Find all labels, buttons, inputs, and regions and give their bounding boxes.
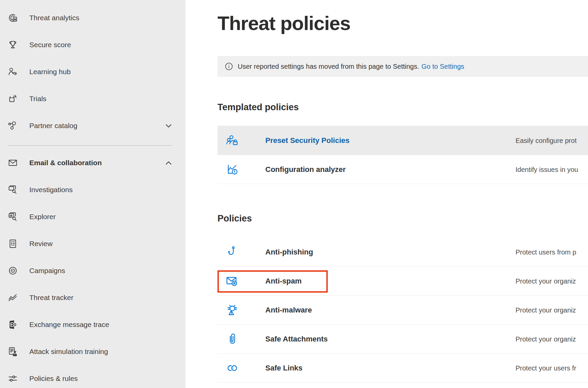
secure-score-icon xyxy=(7,39,19,51)
campaigns-icon xyxy=(7,265,19,276)
investigations-icon xyxy=(7,184,19,196)
explorer-icon xyxy=(7,211,19,222)
threat-policies-page: Threat analytics Secure score xyxy=(0,0,588,388)
banner-message: User reported settings has moved from th… xyxy=(238,63,419,70)
row-safe-links[interactable]: Safe Links Protect your users fr xyxy=(217,354,588,383)
sidebar-item-explorer[interactable]: Explorer xyxy=(0,203,185,230)
row-anti-phishing[interactable]: Anti-phishing Protect users from p xyxy=(217,238,588,267)
sidebar-item-label: Partner catalog xyxy=(29,122,77,130)
sidebar-item-campaigns[interactable]: Campaigns xyxy=(0,257,185,284)
sidebar-email-group: Email & collaboration Investigat xyxy=(0,149,185,388)
sidebar-item-label: Email & collaboration xyxy=(29,159,102,167)
sidebar-item-policies-rules[interactable]: Policies & rules xyxy=(0,365,185,388)
threat-tracker-icon xyxy=(7,292,19,303)
sidebar-divider xyxy=(7,145,172,146)
row-label: Configuration analyzer xyxy=(265,165,346,174)
sidebar-item-trials[interactable]: Trials xyxy=(0,85,185,112)
row-description: Protect your organiz xyxy=(516,335,576,343)
sidebar-item-learning-hub[interactable]: Learning hub xyxy=(0,58,185,85)
sidebar-item-label: Investigations xyxy=(29,186,72,194)
sidebar-item-label: Secure score xyxy=(29,41,71,49)
sidebar-item-label: Campaigns xyxy=(29,267,65,275)
sidebar-item-exchange-message-trace[interactable]: Exchange message trace xyxy=(0,311,185,338)
chevron-down-icon xyxy=(164,121,173,130)
info-icon xyxy=(225,62,233,70)
sidebar-item-label: Threat tracker xyxy=(29,294,74,302)
safe-links-icon xyxy=(226,361,239,375)
row-description: Protect your organiz xyxy=(516,306,576,314)
policies-heading: Policies xyxy=(217,213,252,224)
row-description: Identify issues in you xyxy=(516,166,578,173)
sidebar-item-label: Review xyxy=(29,240,53,248)
email-collaboration-icon xyxy=(7,157,19,169)
chevron-up-icon xyxy=(164,158,173,168)
preset-security-policies-icon xyxy=(226,134,239,147)
review-icon xyxy=(7,238,19,249)
sidebar-item-label: Policies & rules xyxy=(29,375,78,383)
row-anti-spam[interactable]: Anti-spam Protect your organiz xyxy=(217,267,588,296)
row-label: Safe Links xyxy=(265,364,302,372)
anti-spam-icon xyxy=(226,274,239,288)
row-label: Anti-phishing xyxy=(265,248,313,257)
sidebar-item-investigations[interactable]: Investigations xyxy=(0,176,185,203)
configuration-analyzer-icon xyxy=(226,163,239,176)
anti-malware-icon xyxy=(226,303,239,317)
page-title: Threat policies xyxy=(217,12,350,35)
row-description: Protect users from p xyxy=(516,248,576,256)
row-safe-attachments[interactable]: Safe Attachments Protect your organiz xyxy=(217,325,588,354)
safe-attachments-icon xyxy=(226,332,239,346)
sidebar: Threat analytics Secure score xyxy=(0,0,185,388)
row-label: Preset Security Policies xyxy=(265,136,349,145)
row-description: Protect your users fr xyxy=(516,364,576,372)
sidebar-item-attack-simulation-training[interactable]: Attack simulation training xyxy=(0,338,185,365)
go-to-settings-link[interactable]: Go to Settings xyxy=(421,63,464,70)
info-banner: User reported settings has moved from th… xyxy=(217,56,588,77)
threat-analytics-icon xyxy=(7,12,19,24)
templated-policies-list: Preset Security Policies Easily configur… xyxy=(217,126,588,184)
row-preset-security-policies[interactable]: Preset Security Policies Easily configur… xyxy=(217,126,588,155)
sidebar-item-secure-score[interactable]: Secure score xyxy=(0,31,185,58)
sidebar-top-group: Threat analytics Secure score xyxy=(0,4,185,139)
policies-list: Anti-phishing Protect users from p Anti-… xyxy=(217,238,588,383)
row-anti-malware[interactable]: Anti-malware Protect your organiz xyxy=(217,296,588,325)
row-description: Easily configure prot xyxy=(516,137,577,144)
learning-hub-icon xyxy=(7,66,19,78)
sidebar-item-label: Explorer xyxy=(29,213,56,221)
row-label: Safe Attachments xyxy=(265,335,328,344)
partner-catalog-icon xyxy=(7,120,19,131)
sidebar-item-label: Exchange message trace xyxy=(29,321,109,329)
exchange-message-trace-icon xyxy=(7,319,19,330)
sidebar-item-threat-analytics[interactable]: Threat analytics xyxy=(0,4,185,31)
sidebar-item-threat-tracker[interactable]: Threat tracker xyxy=(0,284,185,311)
sidebar-item-label: Threat analytics xyxy=(29,14,79,22)
trials-icon xyxy=(7,93,19,105)
row-description: Protect your organiz xyxy=(516,277,576,285)
templated-policies-heading: Templated policies xyxy=(217,102,299,113)
row-label: Anti-spam xyxy=(265,277,302,286)
row-label: Anti-malware xyxy=(265,306,312,315)
sidebar-item-label: Attack simulation training xyxy=(29,348,108,356)
sidebar-item-label: Learning hub xyxy=(29,68,71,76)
sidebar-item-partner-catalog[interactable]: Partner catalog xyxy=(0,112,185,139)
policies-rules-icon xyxy=(7,373,19,384)
sidebar-item-email-collaboration[interactable]: Email & collaboration xyxy=(0,149,185,176)
anti-phishing-icon xyxy=(226,245,239,259)
attack-simulation-training-icon xyxy=(7,346,19,357)
sidebar-item-review[interactable]: Review xyxy=(0,230,185,257)
row-configuration-analyzer[interactable]: Configuration analyzer Identify issues i… xyxy=(217,155,588,184)
sidebar-item-label: Trials xyxy=(29,95,47,103)
